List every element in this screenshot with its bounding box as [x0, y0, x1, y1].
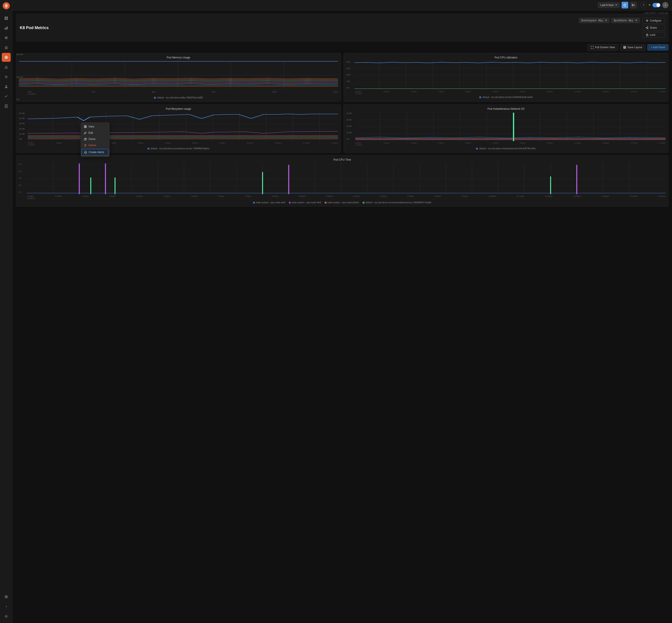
configure-button[interactable]: Configure — [642, 18, 665, 24]
toolbar: Full Screen View Save Layout + Add Panel — [16, 44, 668, 51]
namespace-filter[interactable]: $namespace ALL — [579, 18, 610, 23]
context-edit[interactable]: Edit — [81, 130, 109, 136]
user-avatar[interactable]: J — [662, 2, 668, 8]
svg-line-46 — [646, 27, 647, 28]
svg-point-21 — [5, 76, 7, 78]
svg-marker-35 — [6, 606, 7, 607]
sidebar-item-chart[interactable] — [2, 92, 11, 101]
context-clone[interactable]: Clone — [81, 136, 109, 142]
svg-marker-37 — [615, 4, 617, 6]
svg-rect-3 — [5, 17, 6, 18]
svg-point-24 — [5, 85, 7, 87]
save-layout-button[interactable]: Save Layout — [620, 44, 646, 51]
svg-point-2 — [5, 5, 7, 6]
svg-marker-41 — [635, 20, 637, 21]
svg-rect-9 — [7, 26, 7, 30]
sidebar-item-list[interactable] — [2, 43, 11, 52]
legend-memory: default - my-otel-demo-kafka-7fdfdf76bd-… — [19, 96, 338, 99]
charts-grid: Pod Memory Usage 400 MB200 MB0 B — [16, 53, 668, 153]
sidebar-item-settings[interactable] — [2, 612, 11, 621]
top-bar: Last 6 hour ? J Last refresh · 1 mins ag… — [12, 0, 672, 10]
chart-title-cpu: Pod CPU utilization — [346, 56, 666, 59]
x-labels-memory: 6pm11/29/237pm8pm9pm10pm11pm — [19, 91, 338, 95]
theme-toggle[interactable] — [652, 3, 661, 7]
svg-rect-13 — [5, 47, 7, 47]
svg-point-44 — [647, 28, 648, 29]
svg-line-34 — [5, 597, 6, 598]
svg-rect-4 — [6, 17, 8, 18]
pod-filesystem-chart: Pod filesystem usage 50 MB40 MB30 MB20 M… — [16, 105, 341, 153]
context-create-alerts[interactable]: Create Alerts — [82, 149, 109, 155]
time-picker[interactable]: Last 6 hour — [598, 2, 620, 8]
x-labels-filesystem: 6:00pm11/29/236:30pm7:00pm7:30pm8:00pm8:… — [19, 142, 338, 146]
svg-rect-5 — [5, 19, 6, 20]
brand-logo[interactable] — [2, 2, 10, 10]
svg-rect-96 — [86, 127, 86, 128]
svg-rect-15 — [5, 48, 7, 49]
sidebar-item-reports[interactable] — [2, 102, 11, 111]
x-labels-network: 6:00pm11/29/236:30pm7:00pm7:30pm8:00pm8:… — [346, 142, 666, 146]
sidebar-item-incidents[interactable] — [2, 63, 11, 71]
svg-rect-94 — [86, 125, 86, 126]
logo-icon — [3, 2, 10, 9]
svg-point-18 — [5, 57, 7, 58]
svg-rect-93 — [84, 125, 85, 126]
sidebar-item-menu[interactable] — [2, 33, 11, 42]
dashboard-title: K8 Pod Metrics — [20, 26, 49, 30]
pod-cpu-time-chart: Pod CPU Time 6 s5 s4 s3 s2 s — [16, 155, 668, 207]
namespace-value: ALL — [598, 19, 603, 22]
settings-header-button[interactable] — [630, 2, 637, 8]
podname-filter[interactable]: $podName ALL — [611, 18, 640, 23]
lock-button[interactable]: Lock — [642, 32, 665, 38]
svg-rect-48 — [646, 35, 648, 36]
sidebar — [0, 0, 12, 623]
main-content: Last 6 hour ? J Last refresh · 1 mins ag… — [12, 0, 672, 623]
time-picker-label: Last 6 hour — [601, 4, 614, 7]
dashboard-actions: Configure Share Lock — [642, 18, 665, 38]
chart-title-memory: Pod Memory Usage — [19, 56, 338, 59]
svg-rect-8 — [6, 27, 6, 30]
refresh-button[interactable] — [621, 2, 628, 8]
namespace-label: $namespace — [581, 19, 597, 22]
sidebar-item-alerts[interactable] — [2, 53, 11, 62]
share-button[interactable]: Share — [642, 25, 665, 31]
svg-rect-98 — [85, 145, 86, 146]
fullscreen-button[interactable]: Full Screen View — [588, 44, 618, 51]
sidebar-item-support[interactable] — [2, 592, 11, 601]
svg-rect-7 — [5, 28, 5, 30]
svg-rect-51 — [624, 48, 625, 48]
chart-title-cpu-time: Pod CPU Time — [19, 158, 666, 161]
filter-bar: $namespace ALL $podName ALL — [579, 18, 640, 23]
svg-point-36 — [5, 616, 7, 617]
podname-label: $podName — [614, 19, 627, 22]
svg-rect-50 — [624, 46, 625, 47]
svg-line-47 — [646, 28, 647, 28]
svg-rect-14 — [5, 47, 7, 48]
svg-line-32 — [5, 596, 6, 596]
chart-title-filesystem: Pod filesystem usage — [19, 107, 338, 111]
add-panel-button[interactable]: + Add Panel — [647, 44, 668, 51]
pod-network-chart: Pod Instanteneous Network I/O 40 kB30 kB… — [344, 105, 668, 153]
legend-cpu-time: kube-system - aws-node-wkrll kube-system… — [19, 201, 666, 204]
context-view[interactable]: View — [81, 123, 109, 130]
svg-marker-40 — [605, 20, 607, 21]
svg-point-42 — [647, 20, 648, 21]
x-labels-cpu-time: 5:45pm11/29/236:00pm6:15pm6:30pm6:45pm7:… — [19, 195, 666, 200]
context-delete[interactable]: Delete — [81, 142, 109, 148]
sidebar-item-expand[interactable] — [2, 602, 11, 611]
context-menu: View Edit Clone Delete — [81, 122, 110, 157]
svg-rect-12 — [5, 38, 7, 39]
pod-memory-chart: Pod Memory Usage 400 MB200 MB0 B — [16, 53, 341, 102]
sidebar-item-person[interactable] — [2, 82, 11, 91]
pod-cpu-chart: Pod CPU utilization 80%60%40%20%0% — [344, 53, 668, 102]
x-labels-cpu: 6:00pm11/29/236:30pm7:00pm7:30pm8:00pm8:… — [346, 91, 666, 95]
sidebar-item-bugs[interactable] — [2, 72, 11, 81]
svg-rect-16 — [5, 49, 7, 49]
svg-rect-95 — [84, 127, 85, 128]
svg-line-33 — [7, 597, 7, 598]
help-button[interactable]: ? — [640, 2, 647, 8]
sidebar-item-metrics[interactable] — [2, 24, 11, 32]
sidebar-item-dashboard[interactable] — [2, 14, 11, 23]
svg-point-30 — [6, 596, 7, 597]
podname-value: ALL — [629, 19, 633, 22]
